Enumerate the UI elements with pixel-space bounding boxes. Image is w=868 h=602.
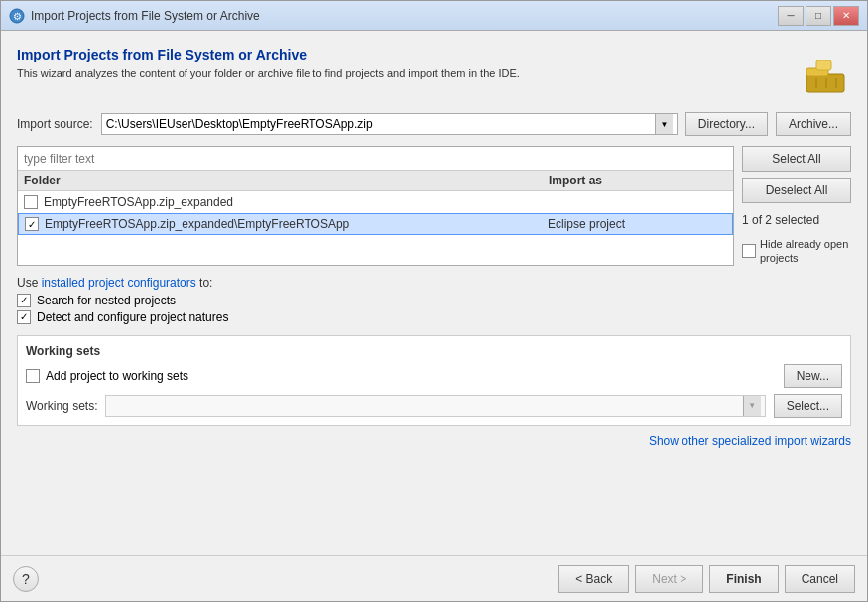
svg-text:⚙: ⚙: [13, 11, 22, 22]
row-folder-2: EmptyFreeRTOSApp.zip_expanded\EmptyFreeR…: [45, 217, 548, 231]
row-checkbox-2[interactable]: ✓: [25, 217, 39, 231]
footer: ? < Back Next > Finish Cancel: [1, 555, 867, 601]
search-nested-label: Search for nested projects: [37, 294, 176, 307]
table-body: EmptyFreeRTOSApp.zip_expanded ✓ EmptyFre…: [18, 191, 733, 265]
table-row[interactable]: ✓ EmptyFreeRTOSApp.zip_expanded\EmptyFre…: [18, 213, 733, 235]
directory-button[interactable]: Directory...: [685, 112, 768, 136]
back-button[interactable]: < Back: [558, 565, 629, 593]
import-source-label: Import source:: [17, 117, 93, 131]
detect-natures-label: Detect and configure project natures: [37, 310, 228, 324]
dialog-content: Import Projects from File System or Arch…: [1, 31, 867, 555]
svg-rect-2: [806, 74, 844, 92]
add-to-working-sets-label: Add project to working sets: [46, 369, 188, 383]
close-button[interactable]: ✕: [833, 6, 859, 26]
row-folder-1: EmptyFreeRTOSApp.zip_expanded: [44, 195, 549, 209]
table-row[interactable]: EmptyFreeRTOSApp.zip_expanded: [18, 191, 733, 213]
working-sets-label: Working sets:: [26, 399, 97, 413]
options-line: Use installed project configurators to:: [17, 276, 851, 290]
hide-open-checkbox[interactable]: [742, 244, 756, 258]
title-bar-left: ⚙ Import Projects from File System or Ar…: [9, 8, 260, 24]
configurators-link[interactable]: installed project configurators: [42, 276, 196, 290]
combo-arrow-icon[interactable]: ▼: [655, 114, 673, 134]
working-sets-title: Working sets: [26, 344, 842, 358]
header-text: Import Projects from File System or Arch…: [17, 47, 790, 81]
detect-natures-checkbox[interactable]: ✓: [17, 310, 31, 324]
finish-button[interactable]: Finish: [709, 565, 778, 593]
working-sets-section: Working sets Add project to working sets…: [17, 335, 851, 426]
help-button[interactable]: ?: [13, 566, 39, 592]
main-area: Folder Import as EmptyFreeRTOSApp.zip_ex…: [17, 146, 851, 266]
title-bar: ⚙ Import Projects from File System or Ar…: [1, 1, 867, 31]
working-sets-arrow-icon[interactable]: ▼: [743, 396, 761, 416]
hide-open-row: Hide already open projects: [742, 237, 851, 266]
search-nested-checkbox[interactable]: ✓: [17, 294, 31, 307]
selected-info: 1 of 2 selected: [742, 213, 851, 227]
column-import-as: Import as: [549, 174, 727, 187]
select-all-button[interactable]: Select All: [742, 146, 851, 172]
add-to-working-sets-checkbox[interactable]: [26, 369, 40, 383]
svg-rect-4: [816, 60, 831, 70]
footer-right: < Back Next > Finish Cancel: [558, 565, 855, 593]
window: ⚙ Import Projects from File System or Ar…: [0, 0, 868, 602]
maximize-button[interactable]: □: [806, 6, 831, 26]
archive-button[interactable]: Archive...: [776, 112, 851, 136]
link-row: Show other specialized import wizards: [17, 434, 851, 448]
select-working-sets-button[interactable]: Select...: [774, 394, 842, 418]
deselect-all-button[interactable]: Deselect All: [742, 178, 851, 203]
import-source-row: Import source: C:\Users\IEUser\Desktop\E…: [17, 112, 851, 136]
cancel-button[interactable]: Cancel: [785, 565, 855, 593]
new-working-set-button[interactable]: New...: [784, 364, 842, 388]
header-section: Import Projects from File System or Arch…: [17, 47, 851, 96]
title-bar-controls: ─ □ ✕: [778, 6, 859, 26]
dialog-title: Import Projects from File System or Arch…: [17, 47, 790, 62]
search-nested-row: ✓ Search for nested projects: [17, 294, 851, 307]
next-button[interactable]: Next >: [635, 565, 703, 593]
wizard-icon: [802, 47, 851, 96]
minimize-button[interactable]: ─: [778, 6, 804, 26]
column-folder: Folder: [24, 174, 549, 187]
working-sets-input-row: Working sets: ▼ Select...: [26, 394, 842, 418]
filter-input[interactable]: [18, 147, 733, 171]
row-import-as-2: Eclipse project: [548, 217, 726, 231]
import-source-input[interactable]: C:\Users\IEUser\Desktop\EmptyFreeRTOSApp…: [101, 113, 678, 135]
app-icon: ⚙: [9, 8, 25, 24]
specialized-wizards-link[interactable]: Show other specialized import wizards: [649, 434, 851, 448]
project-table: Folder Import as EmptyFreeRTOSApp.zip_ex…: [17, 146, 734, 266]
side-buttons: Select All Deselect All 1 of 2 selected …: [742, 146, 851, 266]
options-section: Use installed project configurators to: …: [17, 276, 851, 327]
import-source-value: C:\Users\IEUser\Desktop\EmptyFreeRTOSApp…: [106, 117, 655, 131]
detect-natures-row: ✓ Detect and configure project natures: [17, 310, 851, 324]
working-sets-combo[interactable]: ▼: [105, 395, 765, 417]
row-checkbox-1[interactable]: [24, 195, 38, 209]
window-title: Import Projects from File System or Arch…: [31, 9, 260, 23]
footer-left: ?: [13, 566, 39, 592]
working-sets-add-row: Add project to working sets New...: [26, 364, 842, 388]
table-header: Folder Import as: [18, 171, 733, 191]
dialog-description: This wizard analyzes the content of your…: [17, 66, 790, 81]
hide-open-label: Hide already open projects: [760, 237, 851, 266]
